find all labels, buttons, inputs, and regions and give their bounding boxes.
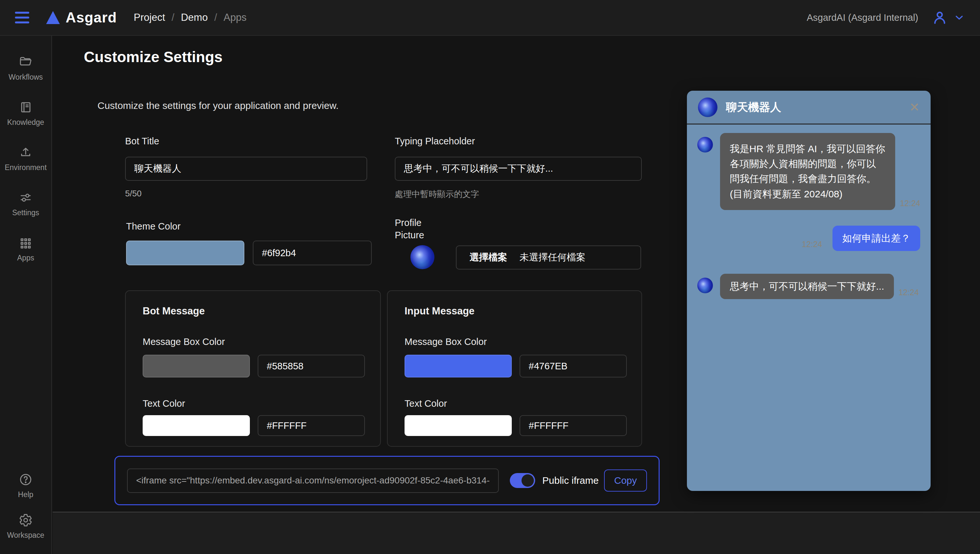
profile-picture-label: Profile Picture	[395, 217, 424, 241]
input-box-color-hex-input[interactable]	[520, 355, 627, 377]
page-title: Customize Settings	[84, 48, 223, 65]
typing-placeholder-label: Typing Placeholder	[395, 136, 475, 147]
input-message-card: Input Message Message Box Color Text Col…	[387, 291, 642, 447]
chat-header: 聊天機器人 ✕	[687, 91, 931, 125]
breadcrumb-separator: /	[172, 12, 175, 23]
chat-close-icon[interactable]: ✕	[909, 101, 920, 113]
profile-picture-file-input[interactable]: 選擇檔案 未選擇任何檔案	[456, 246, 641, 270]
sidebar-item-label: Workflows	[8, 73, 43, 81]
toggle-knob	[522, 474, 534, 487]
sidebar-item-workspace[interactable]: Workspace	[7, 513, 45, 540]
chevron-down-icon[interactable]	[953, 12, 965, 23]
message-timestamp: 12:24	[802, 239, 822, 249]
hamburger-menu-icon[interactable]	[15, 12, 29, 23]
folder-icon	[19, 55, 32, 69]
public-iframe-toggle[interactable]	[510, 473, 535, 488]
bot-title-counter: 5/50	[125, 188, 142, 199]
footer-bar: Save	[52, 512, 980, 554]
breadcrumb-apps[interactable]: Apps	[224, 12, 247, 23]
logo-triangle-icon	[46, 11, 60, 24]
bot-box-color-swatch[interactable]	[143, 355, 250, 377]
message-timestamp: 12:24	[900, 199, 920, 208]
copy-button[interactable]: Copy	[604, 469, 647, 492]
theme-color-swatch[interactable]	[126, 241, 244, 265]
sidebar-item-label: Settings	[12, 208, 39, 217]
typing-placeholder-input[interactable]	[395, 157, 642, 181]
theme-color-label: Theme Color	[126, 221, 181, 232]
bot-box-color-label: Message Box Color	[143, 337, 225, 347]
book-icon	[19, 101, 32, 114]
gear-icon	[19, 513, 32, 527]
bot-title-label: Bot Title	[125, 136, 159, 147]
theme-color-hex-input[interactable]	[253, 241, 372, 265]
input-box-color-swatch[interactable]	[404, 355, 512, 377]
chat-bot-avatar	[697, 278, 713, 293]
chat-message-bot: 我是HR 常見問答 AI，我可以回答你各項關於人資相關的問題，你可以問我任何問題…	[697, 133, 920, 210]
file-status-text: 未選擇任何檔案	[520, 251, 585, 264]
sidebar-item-settings[interactable]: Settings	[12, 191, 39, 217]
chat-bot-avatar	[697, 137, 713, 152]
sidebar-item-label: Workspace	[7, 531, 45, 540]
bot-title-input[interactable]	[125, 157, 367, 181]
bot-text-color-swatch[interactable]	[143, 415, 250, 436]
sidebar-item-label: Help	[18, 490, 33, 499]
chat-message-user: 12:24 如何申請出差？	[697, 226, 920, 251]
bot-message-card-title: Bot Message	[143, 305, 363, 317]
input-message-card-title: Input Message	[404, 305, 625, 317]
grid-apps-icon	[19, 236, 32, 250]
sidebar-item-label: Knowledge	[7, 118, 44, 127]
chat-body: 我是HR 常見問答 AI，我可以回答你各項關於人資相關的問題，你可以問我任何問題…	[687, 125, 931, 308]
upload-icon	[19, 146, 32, 159]
input-box-color-label: Message Box Color	[404, 337, 487, 347]
input-text-color-hex-input[interactable]	[520, 415, 627, 436]
account-label: AsgardAI (Asgard Internal)	[807, 12, 918, 23]
input-text-color-swatch[interactable]	[404, 415, 512, 436]
breadcrumb-separator: /	[214, 12, 217, 23]
message-timestamp: 12:24	[899, 288, 919, 297]
sliders-icon	[19, 191, 32, 204]
app-root: Asgard Project / Demo / Apps AsgardAI (A…	[0, 0, 980, 554]
profile-picture-avatar	[410, 245, 434, 269]
bot-box-color-hex-input[interactable]	[258, 355, 365, 377]
breadcrumb-demo[interactable]: Demo	[181, 12, 208, 23]
asgard-logo[interactable]: Asgard	[46, 10, 117, 26]
choose-file-button[interactable]: 選擇檔案	[469, 251, 507, 264]
sidebar-item-knowledge[interactable]: Knowledge	[7, 101, 44, 127]
bot-text-color-hex-input[interactable]	[258, 415, 365, 436]
chat-preview-panel: 聊天機器人 ✕ 我是HR 常見問答 AI，我可以回答你各項關於人資相關的問題，你…	[687, 91, 931, 491]
logo-text: Asgard	[66, 10, 117, 26]
user-message-bubble: 如何申請出差？	[832, 226, 920, 251]
main-content: Customize Settings Customize the setting…	[52, 36, 980, 554]
bot-text-color-label: Text Color	[143, 398, 185, 409]
bot-message-card: Bot Message Message Box Color Text Color	[125, 291, 381, 447]
top-header: Asgard Project / Demo / Apps AsgardAI (A…	[0, 0, 980, 36]
sidebar-item-environment[interactable]: Environment	[5, 146, 46, 172]
sidebar-item-workflows[interactable]: Workflows	[8, 55, 43, 81]
bot-message-bubble: 思考中，可不可以稍候一下下就好...	[720, 274, 894, 299]
breadcrumb-project[interactable]: Project	[134, 12, 165, 23]
chat-message-bot: 思考中，可不可以稍候一下下就好... 12:24	[697, 274, 920, 299]
embed-iframe-section: Public iframe Copy	[115, 456, 660, 505]
input-text-color-label: Text Color	[404, 398, 447, 409]
sidebar-item-label: Environment	[5, 163, 46, 172]
user-icon[interactable]	[931, 9, 948, 26]
page-subtitle: Customize the settings for your applicat…	[97, 100, 339, 111]
sidebar-item-apps[interactable]: Apps	[17, 236, 34, 262]
account-menu[interactable]: AsgardAI (Asgard Internal)	[807, 9, 965, 26]
chat-title: 聊天機器人	[726, 100, 781, 115]
help-icon	[19, 473, 32, 486]
chat-bot-avatar	[698, 97, 718, 117]
embed-code-input[interactable]	[127, 468, 499, 493]
public-iframe-label: Public iframe	[542, 475, 598, 486]
sidebar: Workflows Knowledge Environment Settings…	[0, 36, 52, 554]
sidebar-item-help[interactable]: Help	[18, 473, 33, 499]
breadcrumb: Project / Demo / Apps	[134, 12, 247, 23]
bot-message-bubble: 我是HR 常見問答 AI，我可以回答你各項關於人資相關的問題，你可以問我任何問題…	[720, 133, 895, 210]
sidebar-item-label: Apps	[17, 254, 34, 262]
typing-placeholder-help: 處理中暫時顯示的文字	[395, 188, 479, 200]
